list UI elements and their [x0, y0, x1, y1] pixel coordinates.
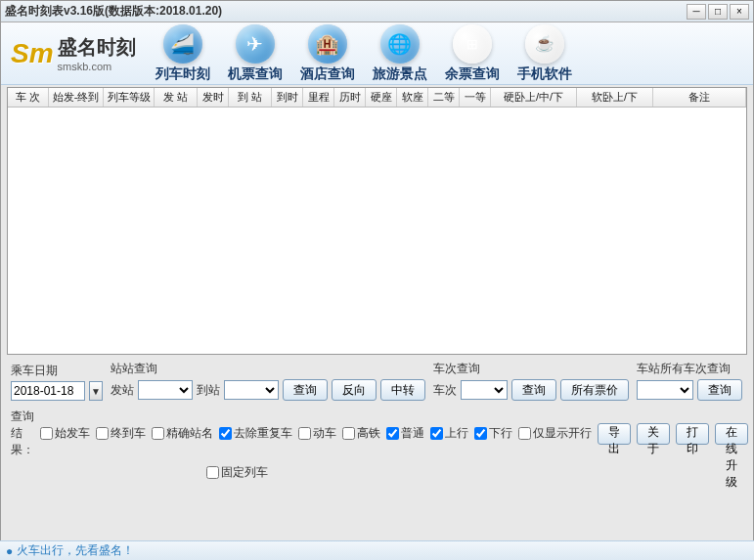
- nav-tourist-spots[interactable]: 🌐 旅游景点: [373, 24, 427, 83]
- cb-normal[interactable]: 普通: [386, 425, 424, 442]
- logo-icon: Sm: [11, 38, 54, 69]
- col-dep-time[interactable]: 发时: [198, 88, 229, 107]
- update-button[interactable]: 在线升级: [715, 423, 748, 445]
- train-query-group: 车次查询 车次 查询 所有票价: [433, 361, 629, 401]
- dep-station-select[interactable]: [138, 380, 193, 400]
- titlebar: 盛名时刻表v3.16版(数据版本:2018.01.20) ─ □ ×: [1, 1, 753, 22]
- col-train-class[interactable]: 列车等级: [104, 88, 155, 107]
- station-all-group: 车站所有车次查询 查询: [637, 361, 742, 401]
- col-first-class[interactable]: 一等: [460, 88, 491, 107]
- globe-icon: 🌐: [380, 24, 420, 64]
- cb-dedup[interactable]: 去除重复车: [219, 425, 292, 442]
- cb-only-show[interactable]: 仅显示开行: [518, 425, 592, 442]
- transfer-button[interactable]: 中转: [380, 379, 425, 401]
- date-dropdown-icon[interactable]: ▼: [89, 381, 103, 401]
- minimize-button[interactable]: ─: [687, 4, 706, 20]
- nav-mobile-software[interactable]: ☕ 手机软件: [517, 24, 572, 83]
- train-no-label: 车次: [433, 382, 457, 399]
- header: Sm 盛名时刻 smskb.com 🚄 列车时刻 ✈ 机票查询 🏨 酒店查询 🌐…: [1, 22, 753, 85]
- logo-url: smskb.com: [58, 61, 136, 72]
- col-arr-time[interactable]: 到时: [272, 88, 303, 107]
- java-icon: ☕: [525, 24, 564, 64]
- cb-down[interactable]: 下行: [474, 425, 512, 442]
- train-icon: 🚄: [163, 24, 202, 64]
- dep-label: 发站: [111, 382, 134, 399]
- col-distance[interactable]: 里程: [303, 88, 334, 107]
- footer-text: 火车出行，先看盛名！: [17, 542, 134, 559]
- date-input[interactable]: [11, 381, 85, 401]
- date-group: 乘车日期 ▼: [11, 363, 103, 401]
- train-query-button[interactable]: 查询: [511, 379, 556, 401]
- result-label: 查询结果：: [11, 409, 34, 458]
- station-all-label: 车站所有车次查询: [637, 361, 742, 377]
- col-hard-sleeper[interactable]: 硬卧上/中/下: [491, 88, 577, 107]
- station-query-group: 站站查询 发站 到站 查询 反向 中转: [111, 361, 425, 401]
- col-soft-sleeper[interactable]: 软卧上/下: [577, 88, 653, 107]
- col-duration[interactable]: 历时: [334, 88, 366, 107]
- bullet-icon: ●: [6, 544, 13, 558]
- table-body: [8, 108, 746, 355]
- nav-remaining-tickets[interactable]: ⊞ 余票查询: [445, 24, 500, 83]
- col-soft-seat[interactable]: 软座: [397, 88, 428, 107]
- hotel-icon: 🏨: [308, 24, 347, 64]
- cb-up[interactable]: 上行: [430, 425, 468, 442]
- maximize-button[interactable]: □: [708, 4, 728, 20]
- nav-train-schedule[interactable]: 🚄 列车时刻: [155, 24, 210, 83]
- col-second-class[interactable]: 二等: [428, 88, 460, 107]
- station-all-query-button[interactable]: 查询: [697, 379, 742, 401]
- train-query-label: 车次查询: [433, 361, 629, 377]
- result-table: 车 次 始发-终到 列车等级 发 站 发时 到 站 到时 里程 历时 硬座 软座…: [7, 87, 747, 355]
- col-remark[interactable]: 备注: [653, 88, 746, 107]
- all-price-button[interactable]: 所有票价: [560, 379, 629, 401]
- reverse-button[interactable]: 反向: [332, 379, 377, 401]
- statusbar: ● 火车出行，先看盛名！: [0, 540, 754, 560]
- arr-station-select[interactable]: [224, 380, 279, 400]
- logo: Sm 盛名时刻 smskb.com: [11, 34, 136, 72]
- windows-icon: ⊞: [453, 24, 492, 64]
- logo-text: 盛名时刻: [58, 34, 136, 61]
- col-hard-seat[interactable]: 硬座: [366, 88, 397, 107]
- window-title: 盛名时刻表v3.16版(数据版本:2018.01.20): [5, 3, 222, 20]
- date-label: 乘车日期: [11, 363, 103, 379]
- arr-label: 到站: [197, 382, 220, 399]
- table-header: 车 次 始发-终到 列车等级 发 站 发时 到 站 到时 里程 历时 硬座 软座…: [8, 88, 746, 108]
- col-dep-station[interactable]: 发 站: [155, 88, 198, 107]
- cb-dep[interactable]: 始发车: [40, 425, 90, 442]
- nav-ticket-query[interactable]: ✈ 机票查询: [228, 24, 283, 83]
- export-button[interactable]: 导出: [598, 423, 631, 445]
- plane-icon: ✈: [236, 24, 275, 64]
- station-query-label: 站站查询: [111, 361, 425, 377]
- col-train-no[interactable]: 车 次: [8, 88, 49, 107]
- close-button[interactable]: ×: [730, 4, 749, 20]
- col-start-end[interactable]: 始发-终到: [49, 88, 104, 107]
- station-query-button[interactable]: 查询: [283, 379, 328, 401]
- nav: 🚄 列车时刻 ✈ 机票查询 🏨 酒店查询 🌐 旅游景点 ⊞ 余票查询 ☕ 手机软…: [155, 24, 572, 83]
- train-no-select[interactable]: [461, 380, 508, 400]
- cb-exact[interactable]: 精确站名: [152, 425, 213, 442]
- controls-panel: 乘车日期 ▼ 站站查询 发站 到站 查询 反向 中转 车次查询 车次: [1, 355, 753, 485]
- cb-arr[interactable]: 终到车: [96, 425, 146, 442]
- cb-hsr[interactable]: 高铁: [342, 425, 380, 442]
- cb-emu[interactable]: 动车: [298, 425, 336, 442]
- cb-fixed[interactable]: 固定列车: [206, 464, 743, 481]
- col-arr-station[interactable]: 到 站: [229, 88, 272, 107]
- about-button[interactable]: 关于: [637, 423, 670, 445]
- print-button[interactable]: 打印: [676, 423, 709, 445]
- window-controls: ─ □ ×: [685, 4, 749, 20]
- nav-hotel-query[interactable]: 🏨 酒店查询: [300, 24, 355, 83]
- station-all-select[interactable]: [637, 380, 693, 400]
